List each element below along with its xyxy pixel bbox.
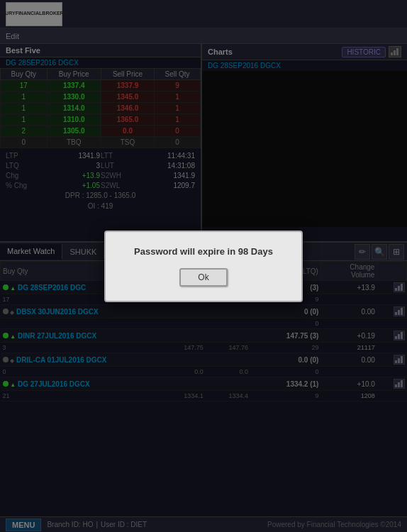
modal-message: Password will expire in 98 Days (127, 246, 280, 257)
modal-ok-button[interactable]: Ok (179, 268, 227, 287)
modal-overlay: Password will expire in 98 Days Ok (0, 0, 407, 532)
modal-box: Password will expire in 98 Days Ok (104, 231, 303, 302)
